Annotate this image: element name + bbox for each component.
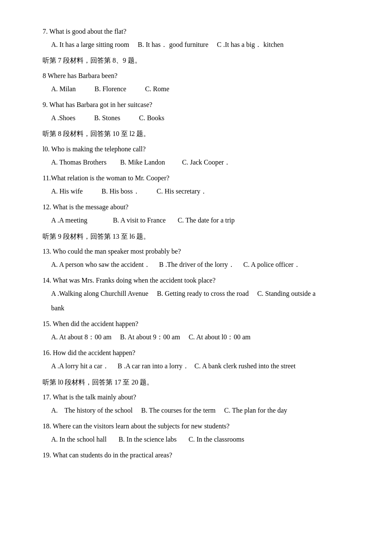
question-18: 18. Where can the visitors learn about t… [43, 420, 358, 445]
section-8-header: 听第 8 段材料，回答第 10 至 l2 题。 [43, 128, 358, 139]
section-10-header: 听第 l0 段材料，回答第 17 至 20 题。 [43, 376, 358, 388]
q8-options: A. Milan B. Florence C. Rome [51, 83, 358, 95]
section-7-header: 听第 7 段材料，回答第 8、9 题。 [43, 55, 358, 66]
question-9: 9. What has Barbara got in her suitcase?… [43, 99, 358, 124]
q11-options: A. His wife B. His boss． C. His secretar… [51, 185, 358, 197]
q10-options: A. Thomas Brothers B. Mike Landon C. Jac… [51, 156, 358, 168]
question-14: 14. What was Mrs. Franks doing when the … [43, 275, 358, 314]
q18-title: 18. Where can the visitors learn about t… [43, 420, 358, 432]
q15-options: A. At about 8：00 am B. At about 9：00 am … [51, 331, 358, 343]
question-8: 8 Where has Barbara been? A. Milan B. Fl… [43, 70, 358, 95]
question-16: 16. How did the accident happen? A .A lo… [43, 347, 358, 372]
question-13: 13. Who could the man speaker most proba… [43, 246, 358, 270]
question-17: 17. What is the talk mainly about? A. Th… [43, 391, 358, 416]
q13-options: A. A person who saw the accident． B .The… [51, 259, 358, 270]
q7-options: A. It has a large sitting room B. It has… [51, 39, 358, 50]
exam-content: 7. What is good about the flat? A. It ha… [43, 26, 358, 461]
q16-title: 16. How did the accident happen? [43, 347, 358, 358]
q13-title: 13. Who could the man speaker most proba… [43, 246, 358, 257]
question-7: 7. What is good about the flat? A. It ha… [43, 26, 358, 50]
q14-options: A .Walking along Churchill Avenue B. Get… [51, 288, 358, 299]
q19-title: 19. What can students do in the practica… [43, 449, 358, 461]
q11-title: 11.What relation is the woman to Mr. Coo… [43, 172, 358, 184]
question-19: 19. What can students do in the practica… [43, 449, 358, 461]
q16-options: A .A lorry hit a car． B .A car ran into … [51, 360, 358, 372]
q8-title: 8 Where has Barbara been? [43, 70, 358, 81]
q18-options: A. In the school hall B. In the science … [51, 434, 358, 445]
q12-options: A .A meeting B. A visit to France C. The… [51, 214, 358, 226]
q9-title: 9. What has Barbara got in her suitcase? [43, 99, 358, 110]
question-11: 11.What relation is the woman to Mr. Coo… [43, 172, 358, 197]
q14-title: 14. What was Mrs. Franks doing when the … [43, 275, 358, 286]
question-10: l0. Who is making the telephone call? A.… [43, 143, 358, 168]
q14-options-cont: bank [51, 302, 358, 314]
q17-title: 17. What is the talk mainly about? [43, 391, 358, 403]
section-9-header: 听第 9 段材料，回答第 13 至 l6 题。 [43, 231, 358, 242]
q7-title: 7. What is good about the flat? [43, 26, 358, 37]
q15-title: 15. When did the accident happen? [43, 318, 358, 330]
question-15: 15. When did the accident happen? A. At … [43, 318, 358, 343]
q17-options: A. The history of the school B. The cour… [51, 405, 358, 416]
q12-title: 12. What is the message about? [43, 201, 358, 213]
question-12: 12. What is the message about? A .A meet… [43, 201, 358, 226]
q10-title: l0. Who is making the telephone call? [43, 143, 358, 155]
q9-options: A .Shoes B. Stones C. Books [51, 112, 358, 124]
